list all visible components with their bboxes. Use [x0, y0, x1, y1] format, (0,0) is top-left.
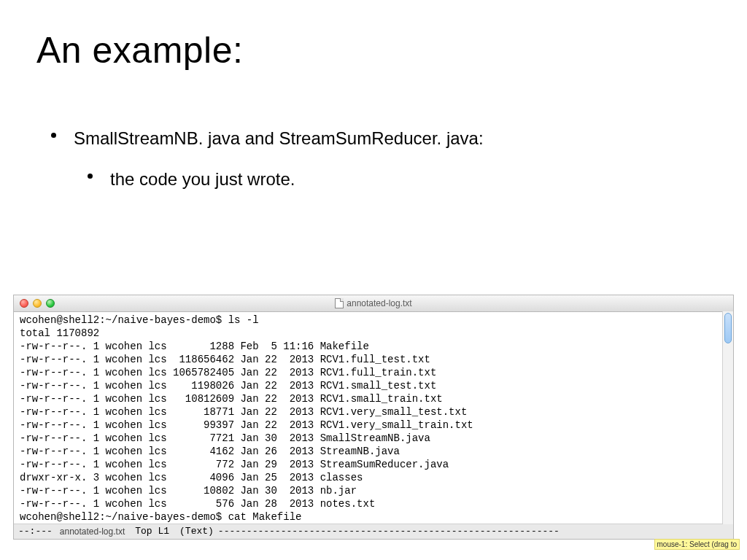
bullet-level-2: the code you just wrote.	[88, 171, 747, 190]
status-filename: annotated-log.txt	[60, 524, 125, 539]
terminal-text: wcohen@shell2:~/naive-bayes-demo$ ls -l …	[20, 314, 730, 524]
file-icon	[335, 298, 344, 308]
bullet-list: SmallStreamNB. java and StreamSumReducer…	[0, 71, 747, 190]
window-title: annotated-log.txt	[14, 298, 733, 308]
status-position: Top L1	[135, 524, 169, 539]
bullet-level-1: SmallStreamNB. java and StreamSumReducer…	[51, 130, 747, 149]
tooltip: mouse-1: Select (drag to	[654, 539, 740, 550]
status-mode: (Text)	[179, 524, 214, 539]
bullet-dot-icon	[88, 174, 93, 179]
status-dashes: ----------------------------------------…	[218, 524, 729, 539]
window-title-text: annotated-log.txt	[347, 298, 411, 308]
status-left: --:---	[18, 524, 53, 539]
bullet-2-text: the code you just wrote.	[110, 169, 295, 190]
status-bar: --:--- annotated-log.txt Top L1 (Text) -…	[14, 524, 733, 539]
slide-title: An example:	[0, 0, 747, 71]
scrollbar-thumb[interactable]	[724, 313, 732, 343]
bullet-1-text: SmallStreamNB. java and StreamSumReducer…	[74, 128, 484, 149]
scrollbar[interactable]	[722, 311, 733, 524]
bullet-dot-icon	[51, 133, 56, 138]
slide: An example: SmallStreamNB. java and Stre…	[0, 0, 747, 560]
terminal-body[interactable]: wcohen@shell2:~/naive-bayes-demo$ ls -l …	[14, 312, 733, 524]
terminal-titlebar[interactable]: annotated-log.txt	[14, 295, 733, 312]
terminal-window: annotated-log.txt wcohen@shell2:~/naive-…	[13, 295, 734, 540]
